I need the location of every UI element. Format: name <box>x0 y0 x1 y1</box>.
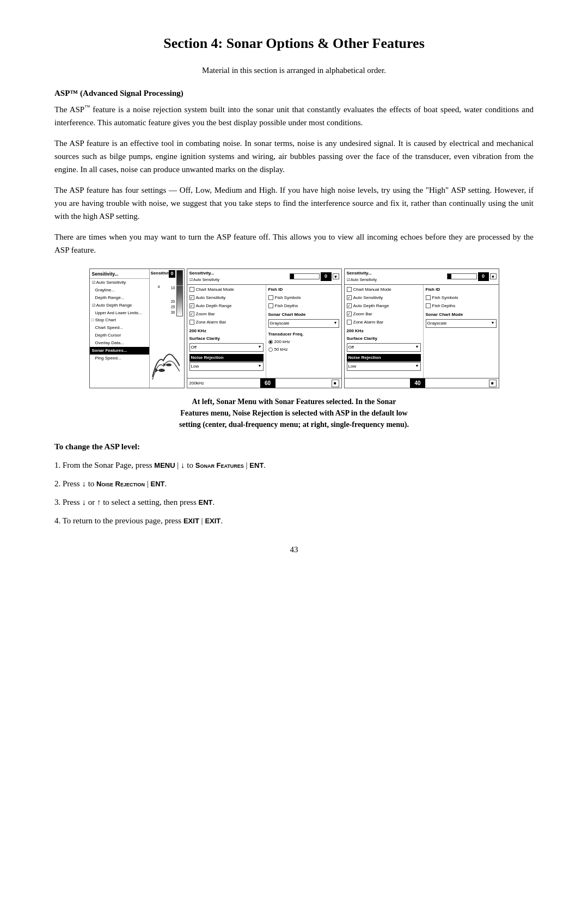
menu-item-auto-sensitivity: Auto Sensitivity <box>90 279 149 286</box>
right-sonar-chart-select[interactable]: Grayscale ▼ <box>426 319 497 328</box>
center-fish-depths: Fish Depths <box>268 303 339 309</box>
depth-4: 4 <box>158 284 160 290</box>
right-zoom-bar: Zoom Bar <box>347 311 421 317</box>
asp-para-2: The ASP feature is an effective tool in … <box>54 137 534 176</box>
right-auto-sensitivity: Auto Sensitivity <box>347 295 421 301</box>
screen-right: Sensitivity... ☑ Auto Sensitivity 0 ▼ Ch… <box>344 268 499 388</box>
menu-item-grayline: Grayline... <box>90 286 149 294</box>
right-right-col: Fish ID Fish Symbols Fish Depths Sonar C… <box>424 285 499 378</box>
menu-item-ping-speed: Ping Speed... <box>90 355 149 362</box>
center-footer: 200kHz 60 ■ <box>187 378 341 388</box>
auto-sens-checkbox <box>189 295 194 300</box>
center-sonar-chart-select[interactable]: Grayscale ▼ <box>268 319 339 328</box>
right-sens-value: 0 <box>478 272 489 281</box>
center-sensitivity-sub: ☑ Auto Sensitivity <box>189 277 219 283</box>
step-2: 2. Press ↓ to Noise Rejection | ENT. <box>54 477 534 490</box>
center-freq-50: 50 kHz <box>268 346 339 353</box>
right-header: Sensitivity... ☑ Auto Sensitivity 0 ▼ <box>345 269 499 285</box>
step-3: 3. Press ↓ or ↑ to select a setting, the… <box>54 496 534 509</box>
instruction-list: 1. From the Sonar Page, press MENU | ↓ t… <box>54 459 534 527</box>
center-fish-symbols: Fish Symbols <box>268 295 339 301</box>
depth-tick-10 <box>176 285 183 286</box>
right-footer: 40 ■ <box>345 378 499 388</box>
freq-200-radio <box>268 340 273 344</box>
center-surface-clarity-label: Surface Clarity <box>189 335 264 342</box>
asp-para-1: The ASP™ feature is a noise rejection sy… <box>54 103 534 129</box>
depth-10: 10 <box>171 285 175 291</box>
center-zone-alarm: Zone Alarm Bar <box>189 319 264 326</box>
center-auto-sensitivity: Auto Sensitivity <box>189 295 264 301</box>
menu-item-overlay-data: Overlay Data... <box>90 339 149 347</box>
menu-item-upper-lower: Upper And Lower Limits... <box>90 309 149 316</box>
left-menu: Sensitivity... Auto Sensitivity Grayline… <box>90 269 150 388</box>
screenshots-container: Sensitivity... Auto Sensitivity Grayline… <box>54 268 534 388</box>
right-zone-alarm-checkbox <box>347 320 352 325</box>
center-header: Sensitivity... ☑ Auto Sensitivity 0 ▼ <box>187 269 341 285</box>
page-title: Section 4: Sonar Options & Other Feature… <box>54 33 534 54</box>
right-chart-manual: Chart Manual Mode <box>347 286 421 293</box>
depth-20: 20 <box>171 299 175 305</box>
right-noise-rejection-label: Noise Rejection <box>347 354 421 362</box>
right-fish-depths: Fish Depths <box>426 303 497 309</box>
center-body: Chart Manual Mode Auto Sensitivity Auto … <box>187 285 341 378</box>
sonar-display: Sensitivity... 0 10 4 20 25 30 <box>150 269 184 388</box>
right-noise-rejection-select[interactable]: Low ▼ <box>347 362 421 371</box>
screenshots-caption: At left, Sonar Menu with Sonar Features … <box>54 396 534 430</box>
chart-manual-checkbox <box>189 287 194 292</box>
center-sens-value: 0 <box>321 272 332 281</box>
center-surface-clarity-select[interactable]: Off ▼ <box>189 343 264 352</box>
auto-depth-checkbox <box>189 303 194 308</box>
step-4: 4. To return to the previous page, press… <box>54 514 534 527</box>
center-zoom-bar: Zoom Bar <box>189 311 264 317</box>
right-fish-id-label: Fish ID <box>426 286 497 293</box>
menu-item-sonar-features: Sonar Features... <box>90 347 149 355</box>
right-sensitivity-sub: ☑ Auto Sensitivity <box>347 277 377 283</box>
screen-left: Sensitivity... Auto Sensitivity Grayline… <box>89 268 185 388</box>
fish-depths-checkbox <box>268 303 273 308</box>
right-body: Chart Manual Mode Auto Sensitivity Auto … <box>345 285 499 378</box>
center-noise-rejection-label: Noise Rejection <box>189 354 264 362</box>
right-left-col: Chart Manual Mode Auto Sensitivity Auto … <box>345 285 424 378</box>
right-200khz-label: 200 KHz <box>347 328 421 334</box>
asp-para-3: The ASP feature has four settings — Off,… <box>54 184 534 223</box>
center-sonar-chart-mode-label: Sonar Chart Mode <box>268 312 339 318</box>
right-surface-clarity-label: Surface Clarity <box>347 335 421 342</box>
menu-item-depth-cursor: Depth Cursor <box>90 332 149 339</box>
screen-center: Sensitivity... ☑ Auto Sensitivity 0 ▼ Ch… <box>187 268 342 388</box>
center-auto-depth: Auto Depth Range <box>189 303 264 309</box>
right-zone-alarm: Zone Alarm Bar <box>347 319 421 326</box>
right-sonar-chart-mode-label: Sonar Chart Mode <box>426 312 497 318</box>
zone-alarm-checkbox <box>189 320 194 325</box>
menu-item-auto-depth-range: Auto Depth Range <box>90 302 149 309</box>
center-sensitivity-label: Sensitivity... <box>189 270 219 277</box>
center-right-col: Fish ID Fish Symbols Fish Depths Sonar C… <box>266 285 341 378</box>
right-fish-depths-checkbox <box>426 303 431 308</box>
center-fish-id-label: Fish ID <box>268 286 339 293</box>
right-fish-symbols: Fish Symbols <box>426 295 497 301</box>
depth-25: 25 <box>171 304 175 310</box>
zoom-bar-checkbox <box>189 312 194 316</box>
center-chart-manual: Chart Manual Mode <box>189 286 264 293</box>
subtitle: Material in this section is arranged in … <box>54 64 534 77</box>
freq-50-radio <box>268 347 273 352</box>
sensitivity-bar <box>176 270 183 316</box>
center-footer-number: 60 <box>260 378 275 388</box>
depth-30: 30 <box>171 310 175 316</box>
center-footer-icon: ■ <box>332 380 339 387</box>
sensitivity-value: 0 <box>169 270 175 278</box>
right-sensitivity-label: Sensitivity... <box>347 270 377 277</box>
right-fish-symbols-checkbox <box>426 295 431 300</box>
svg-point-1 <box>166 364 171 367</box>
change-heading: To change the ASP level: <box>54 440 534 453</box>
step-1: 1. From the Sonar Page, press MENU | ↓ t… <box>54 459 534 472</box>
svg-point-0 <box>158 369 165 372</box>
fish-symbols-checkbox <box>268 295 273 300</box>
center-transducer-freq-label: Transducer Freq. <box>268 331 339 338</box>
right-surface-clarity-select[interactable]: Off ▼ <box>347 343 421 352</box>
right-auto-depth: Auto Depth Range <box>347 303 421 309</box>
center-footer-freq: 200kHz <box>189 380 204 387</box>
center-noise-rejection-select[interactable]: Low ▼ <box>189 362 264 371</box>
page-number: 43 <box>54 544 534 556</box>
right-auto-depth-checkbox <box>347 303 352 308</box>
center-freq-200: 200 kHz <box>268 339 339 345</box>
